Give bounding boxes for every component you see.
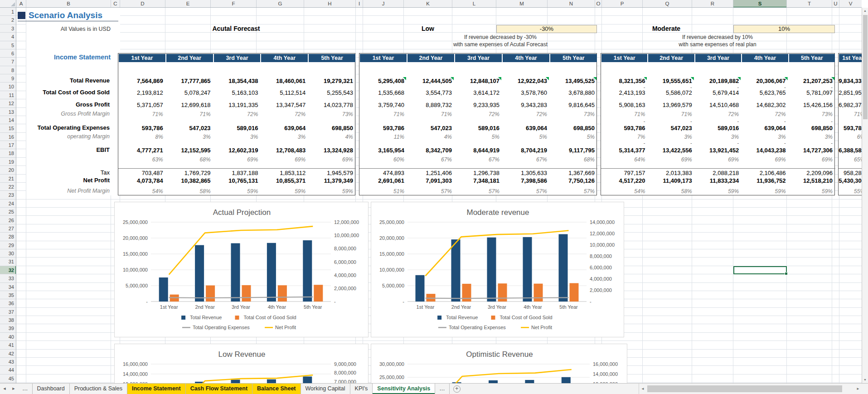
sheet-tab-overflow[interactable]: … [18,384,33,394]
column-header-H[interactable]: H [304,0,356,8]
horizontal-scrollbar-track[interactable] [646,384,854,394]
chart-line [426,297,569,298]
column-header-O[interactable]: O [595,0,602,8]
row-header-28[interactable]: 28 [0,233,16,241]
sheet-tab-overflow[interactable]: … [435,384,450,394]
row-header-31[interactable]: 31 [0,258,16,266]
column-header-E[interactable]: E [165,0,211,8]
sheet-tab-production-sales[interactable]: Production & Sales [70,384,127,394]
column-header-P[interactable]: P [602,0,643,8]
row-header-11[interactable]: 11 [0,91,16,99]
column-header-L[interactable]: L [452,0,496,8]
column-header-G[interactable]: G [257,0,304,8]
sheet-tab-dashboard[interactable]: Dashboard [33,384,70,394]
row-header-25[interactable]: 25 [0,208,16,216]
new-sheet-button[interactable]: + [453,385,461,393]
chart-optimistic-revenue[interactable]: -5,000,00010,000,00015,000,00020,000,000… [371,344,627,383]
row-header-42[interactable]: 42 [0,350,16,358]
row-header-14[interactable]: 14 [0,116,16,124]
column-header-F[interactable]: F [211,0,257,8]
row-header-27[interactable]: 27 [0,224,16,233]
chart-bar [231,380,240,384]
row-header-37[interactable]: 37 [0,308,16,316]
column-header-I[interactable]: I [356,0,363,8]
tab-nav-right-icon[interactable]: ► [9,384,18,394]
row-header-15[interactable]: 15 [0,124,16,132]
row-header-32[interactable]: 32 [0,266,16,274]
vertical-scrollbar-thumb[interactable] [863,15,868,119]
row-header-18[interactable]: 18 [0,149,16,157]
column-header-T[interactable]: T [787,0,832,8]
vertical-scrollbar[interactable]: ▲ ▼ [862,8,868,383]
row-header-30[interactable]: 30 [0,249,16,258]
selected-cell[interactable] [733,266,787,274]
column-header-B[interactable]: B [26,0,111,8]
scroll-left-icon[interactable]: ◄ [639,387,646,391]
column-header-N[interactable]: N [548,0,595,8]
select-all-corner[interactable] [0,0,16,8]
row-header-13[interactable]: 13 [0,108,16,116]
horizontal-scrollbar-thumb[interactable] [647,385,842,392]
row-header-26[interactable]: 26 [0,216,16,224]
row-header-36[interactable]: 36 [0,299,16,307]
column-header-R[interactable]: R [692,0,733,8]
sheet-tab-income-statement[interactable]: Income Statement [127,384,186,394]
scroll-up-icon[interactable]: ▲ [862,8,868,14]
svg-text:-: - [146,299,148,304]
sheet-tab-kpi-s[interactable]: KPI's [350,384,373,394]
row-header-4[interactable]: 4 [0,33,16,41]
row-header-19[interactable]: 19 [0,158,16,166]
tab-nav-left-icon[interactable]: ◄ [0,384,9,394]
row-header-29[interactable]: 29 [0,241,16,249]
row-header-41[interactable]: 41 [0,341,16,349]
column-header-S[interactable]: S [733,0,787,8]
row-header-38[interactable]: 38 [0,316,16,324]
column-header-J[interactable]: J [363,0,404,8]
column-header-K[interactable]: K [404,0,452,8]
chart-actual-projection[interactable]: -5,000,00010,000,00015,000,00020,000,000… [114,202,369,337]
column-header-D[interactable]: D [120,0,165,8]
row-header-10[interactable]: 10 [0,83,16,91]
row-header-45[interactable]: 45 [0,375,16,383]
row-header-34[interactable]: 34 [0,283,16,291]
row-header-35[interactable]: 35 [0,291,16,299]
sheet-tab-sensitivity-analysis[interactable]: Sensitivity Analysis [373,384,435,394]
row-header-9[interactable]: 9 [0,74,16,83]
row-header-16[interactable]: 16 [0,133,16,141]
sheet-tab-working-capital[interactable]: Working Capital [301,384,350,394]
row-header-1[interactable]: 1 [0,8,16,16]
horizontal-scrollbar[interactable]: ◄ ► [639,384,862,394]
column-header-Q[interactable]: Q [643,0,692,8]
row-header-7[interactable]: 7 [0,58,16,66]
row-header-6[interactable]: 6 [0,49,16,58]
row-header-23[interactable]: 23 [0,191,16,199]
row-header-44[interactable]: 44 [0,366,16,374]
row-header-2[interactable]: 2 [0,16,16,24]
column-header-C[interactable]: C [111,0,120,8]
column-header-M[interactable]: M [496,0,548,8]
row-header-8[interactable]: 8 [0,66,16,74]
row-header-40[interactable]: 40 [0,333,16,341]
row-header-5[interactable]: 5 [0,41,16,49]
row-header-22[interactable]: 22 [0,183,16,191]
chart-moderate-revenue[interactable]: -5,000,00010,000,00015,000,00020,000,000… [371,202,624,337]
sheet-tab-cash-flow-statement[interactable]: Cash Flow Statement [186,384,252,394]
scroll-right-icon[interactable]: ► [854,387,862,391]
svg-text:9,000,000: 9,000,000 [334,361,356,367]
row-header-24[interactable]: 24 [0,199,16,208]
row-header-3[interactable]: 3 [0,24,16,33]
scroll-down-icon[interactable]: ▼ [862,377,868,383]
row-header-20[interactable]: 20 [0,166,16,174]
column-header-A[interactable]: A [16,0,26,8]
row-header-33[interactable]: 33 [0,274,16,282]
sheet-area[interactable]: Scenario Analysis All Values is in USD I… [16,8,862,383]
sheet-tab-balance-sheet[interactable]: Balance Sheet [252,384,301,394]
row-header-21[interactable]: 21 [0,175,16,183]
row-header-12[interactable]: 12 [0,99,16,107]
row-header-17[interactable]: 17 [0,141,16,149]
column-header-V[interactable]: V [839,0,862,8]
row-header-43[interactable]: 43 [0,358,16,366]
chart-low-revenue[interactable]: -2,000,0004,000,0006,000,0008,000,00010,… [114,344,369,383]
column-header-U[interactable]: U [832,0,839,8]
row-header-39[interactable]: 39 [0,324,16,332]
